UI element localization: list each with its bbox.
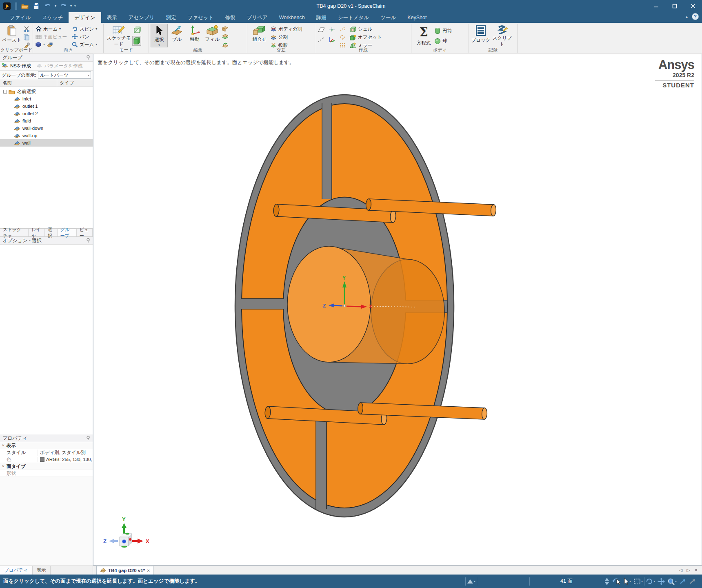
column-name[interactable]: 名前 — [0, 80, 57, 87]
tab-assembly[interactable]: アセンブリ — [123, 12, 160, 23]
tree-item-outlet-2[interactable]: outlet 2 — [0, 110, 93, 117]
next-tab-icon[interactable]: ▷ — [686, 568, 690, 573]
redo-dropdown-caret[interactable]: ▾ — [70, 4, 72, 8]
tab-display[interactable]: 表示 — [101, 12, 123, 23]
tab-facets[interactable]: ファセット — [182, 12, 219, 23]
tree-item-wall-down[interactable]: wall-down — [0, 125, 93, 132]
pan-icon[interactable] — [656, 577, 666, 586]
open-folder-icon[interactable] — [20, 2, 29, 11]
split-body-button[interactable]: ボディ分割 — [270, 25, 302, 33]
plan-view-button[interactable]: 平面ビュー — [35, 33, 68, 40]
maximize-button[interactable] — [665, 0, 684, 12]
radial-pattern-icon[interactable] — [338, 33, 347, 41]
close-button[interactable] — [684, 0, 702, 12]
script-button[interactable]: スクリプト — [491, 24, 513, 47]
tree-item-outlet-1[interactable]: outlet 1 — [0, 102, 93, 110]
column-type[interactable]: タイプ — [57, 80, 74, 87]
pan-button[interactable]: パン — [71, 33, 98, 40]
spin-button[interactable]: スピン▾ — [71, 25, 98, 33]
property-row-color[interactable]: 色 ARGB: 255, 130, 130, — [0, 456, 93, 463]
tab-workbench[interactable]: Workbench — [273, 12, 311, 23]
cylinder-button[interactable]: 円筒 — [434, 27, 452, 35]
help-icon[interactable]: ? — [692, 13, 699, 20]
tab-layers[interactable]: レイヤ — [29, 229, 44, 236]
3d-scene[interactable]: Y X Z Y X Z — [93, 54, 702, 565]
tree-item-inlet[interactable]: inlet — [0, 95, 93, 102]
fill-button[interactable]: フィル — [204, 24, 221, 47]
close-document-icon[interactable]: × — [147, 568, 150, 573]
shell-button[interactable]: シェル — [349, 25, 382, 33]
pin-icon[interactable] — [86, 238, 90, 243]
tab-display[interactable]: 表示 — [33, 566, 51, 575]
section-mode-icon[interactable] — [132, 25, 141, 34]
tab-keyshot[interactable]: KeyShot — [402, 12, 432, 23]
zoom-icon[interactable]: ▴ — [666, 577, 678, 586]
spin-icon[interactable]: ▴ — [644, 577, 656, 586]
tab-structure[interactable]: ストラクチャ... — [0, 229, 29, 236]
equation-button[interactable]: Σ 方程式 — [413, 24, 434, 47]
prev-tab-icon[interactable]: ◁ — [679, 568, 682, 573]
save-icon[interactable] — [32, 2, 41, 11]
tab-design[interactable]: デザイン — [69, 12, 101, 23]
tree-item-fluid[interactable]: fluid — [0, 117, 93, 125]
point-icon[interactable] — [327, 26, 336, 33]
tab-tools[interactable]: ツール — [375, 12, 402, 23]
spaceclaim-logo-icon[interactable]: sc — [2, 2, 11, 11]
zoom-in-arrow-icon[interactable] — [678, 577, 688, 586]
property-row-shape[interactable]: 形状 — [0, 470, 93, 477]
block-button[interactable]: ブロック — [471, 24, 491, 47]
document-tab[interactable]: TB4 gap D20 v1* × — [96, 566, 153, 575]
split-button[interactable]: 分割 — [270, 33, 302, 41]
copy-icon[interactable] — [22, 33, 31, 41]
sphere-button[interactable]: 球 — [434, 37, 452, 45]
group-display-select[interactable]: ルートパーツ ▾ — [38, 71, 91, 79]
create-ns-button[interactable]: NSを作成 — [10, 63, 31, 69]
pin-icon[interactable] — [86, 55, 90, 60]
combine-button[interactable]: 組合せ — [249, 24, 270, 47]
redo-icon[interactable] — [59, 2, 68, 11]
tree-item-wall[interactable]: wall — [0, 139, 93, 147]
pull-button[interactable]: プル — [168, 24, 186, 47]
collapse-expander-icon[interactable]: - — [3, 90, 7, 94]
circular-pattern-icon[interactable] — [338, 25, 347, 33]
home-view-button[interactable]: ホーム▾ — [35, 25, 68, 33]
create-parameter-button[interactable]: パラメータを作成 — [44, 63, 82, 69]
box-select-icon[interactable]: ▴ — [632, 577, 644, 586]
property-section-facetype[interactable]: ˅ 面タイプ — [0, 463, 93, 470]
select-cursor-icon[interactable]: ▴ — [622, 577, 632, 586]
tab-detail[interactable]: 詳細 — [311, 12, 332, 23]
zoom-out-arrow-icon[interactable] — [688, 577, 702, 586]
model-viewport[interactable]: Y X Z Y X Z — [93, 54, 702, 566]
tab-file[interactable]: ファイル — [4, 12, 36, 23]
tab-repair[interactable]: 修復 — [219, 12, 241, 23]
disc-model[interactable] — [235, 95, 496, 517]
tab-selection[interactable]: 選択 — [45, 229, 58, 236]
tab-sketch[interactable]: スケッチ — [36, 12, 69, 23]
tree-root-named-selection[interactable]: - 名前選択 — [0, 88, 93, 95]
collapse-ribbon-icon[interactable]: ▴ — [686, 14, 688, 19]
undo-dropdown-caret[interactable]: ▾ — [55, 4, 56, 8]
solid-mode-icon[interactable] — [132, 36, 141, 46]
line-icon[interactable] — [317, 36, 326, 43]
qat-customize-caret[interactable]: ▿ — [74, 4, 76, 8]
close-tab-icon[interactable]: ✕ — [694, 568, 698, 573]
blend-icon[interactable] — [221, 25, 230, 33]
property-section-display[interactable]: ˅ 表示 — [0, 442, 93, 449]
minimize-button[interactable] — [647, 0, 665, 12]
pin-icon[interactable] — [86, 436, 90, 441]
tree-item-wall-up[interactable]: wall-up — [0, 132, 93, 139]
axis-icon[interactable] — [327, 36, 336, 43]
cut-icon[interactable] — [22, 25, 31, 33]
undo-icon[interactable] — [43, 2, 52, 11]
sketch-mode-button[interactable]: スケッチモード — [105, 24, 132, 47]
replace-face-icon[interactable] — [221, 33, 230, 41]
tab-groups[interactable]: グループ — [58, 229, 77, 236]
paste-button[interactable]: ペースト — [2, 24, 22, 47]
corner-axis-triad[interactable]: Y X Z — [103, 516, 149, 547]
tab-prepare[interactable]: プリペア — [241, 12, 273, 23]
tab-sheetmetal[interactable]: シートメタル — [332, 12, 375, 23]
select-tool-button[interactable]: 選択 ▾ — [151, 24, 168, 47]
select-previous-icon[interactable] — [611, 577, 622, 586]
offset-button[interactable]: オフセット — [349, 33, 382, 41]
layer-filter-icon[interactable]: ▴ — [466, 577, 477, 586]
